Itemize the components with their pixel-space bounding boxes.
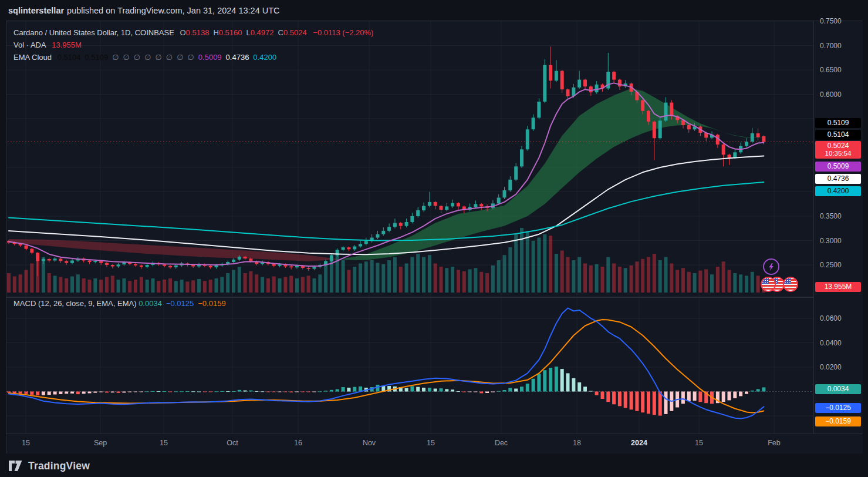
tradingview-brand[interactable]: TradingView [28,460,90,472]
price-scale[interactable]: 0.75000.70000.65000.60000.35000.30000.25… [813,21,863,434]
price-badge: 0.5109 [815,118,861,128]
us-flag-marker[interactable] [761,277,776,292]
price-tick: 0.6000 [820,90,842,99]
price-badge: 0.4736 [815,174,861,184]
macd-tick: 0.0600 [820,314,842,323]
time-label: 15 [695,439,703,447]
time-axis[interactable]: 15Sep15Oct16Nov15Dec18202415Feb [6,434,863,454]
bar-countdown: 10:35:54 [815,150,861,159]
lightning-icon [766,262,776,271]
chart-widget: Cardano / United States Dollar, 1D, COIN… [6,21,863,454]
price-badge: 0.5104 [815,130,861,140]
time-label: Nov [363,439,376,447]
macd-value: −0.0159 [198,299,225,308]
chart-canvas[interactable] [6,21,862,434]
tradingview-logo-icon[interactable] [8,460,23,472]
price-tick: 0.6500 [820,66,842,74]
price-badge: 0.0034 [815,384,861,394]
macd-tick: 0.0400 [820,339,842,347]
time-label: Dec [495,439,508,447]
macd-label: MACD (12, 26, close, 9, EMA, EMA) [13,299,137,308]
time-label: 15 [160,439,168,447]
lightning-idea-marker[interactable] [763,258,779,275]
price-tick: 0.3000 [820,237,842,245]
publisher-username: sqlinterstellar [8,6,64,15]
published-info: published on TradingView.com, Jan 31, 20… [67,6,279,15]
macd-value: −0.0125 [166,299,194,308]
price-badge: 13.955M [815,282,861,292]
time-label: 2024 [631,439,647,447]
time-label: 15 [22,439,30,447]
footer: TradingView [0,455,868,477]
publish-header: sqlinterstellar published on TradingView… [0,0,868,21]
price-badge: −0.0159 [815,416,861,426]
macd-tick: 0.0200 [820,363,842,371]
time-label: 18 [573,439,581,447]
time-label: Feb [768,439,781,447]
time-label: 16 [294,439,302,447]
macd-values: 0.0034−0.0125−0.0159 [139,299,229,308]
published-chart-page: sqlinterstellar published on TradingView… [0,0,868,477]
time-label: 15 [427,439,435,447]
us-flag-marker[interactable] [783,277,798,292]
macd-legend-row[interactable]: MACD (12, 26, close, 9, EMA, EMA) 0.0034… [13,299,230,308]
macd-value: 0.0034 [139,299,162,308]
price-badge: −0.0125 [815,403,861,413]
price-tick: 0.3500 [820,212,842,220]
price-badge: 0.502410:35:54 [815,141,861,159]
price-badge: 0.4200 [815,186,861,196]
time-label: Oct [227,439,238,447]
price-tick: 0.7500 [820,17,842,25]
price-tick: 0.2500 [820,261,842,269]
price-tick: 0.7000 [820,42,842,50]
time-label: Sep [94,439,107,447]
price-badge: 0.5009 [815,162,861,172]
